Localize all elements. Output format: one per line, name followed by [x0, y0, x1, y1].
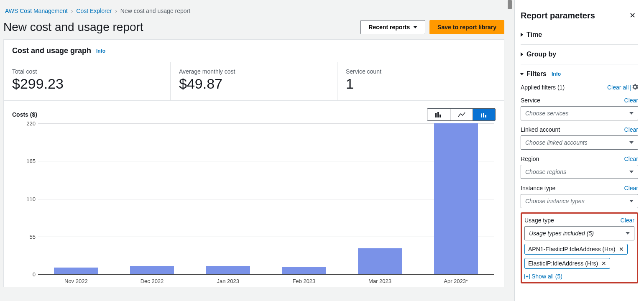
breadcrumb: AWS Cost Management › Cost Explorer › Ne…	[3, 4, 504, 20]
section-time: Time	[521, 28, 638, 44]
filter-linked-select[interactable]: Choose linked accounts	[521, 135, 638, 150]
svg-rect-3	[481, 114, 482, 117]
usage-type-tag: APN1-ElasticIP:IdleAddress (Hrs) ✕	[524, 244, 628, 255]
bar-slot	[266, 123, 342, 274]
chart-toggle-bar[interactable]	[427, 109, 450, 120]
triangle-right-icon	[521, 52, 523, 56]
line-chart-icon	[458, 112, 465, 117]
filter-service-clear[interactable]: Clear	[624, 97, 638, 104]
caret-down-icon	[413, 26, 417, 28]
caret-down-icon	[629, 200, 634, 202]
page-header: New cost and usage report Recent reports…	[3, 20, 504, 34]
chevron-right-icon: ›	[71, 8, 73, 14]
filter-usage-select[interactable]: Usage types included (5)	[524, 226, 634, 240]
svg-rect-0	[435, 113, 437, 117]
y-tick: 165	[26, 158, 36, 164]
filter-instance-type: Instance type Clear Choose instance type…	[521, 185, 638, 208]
filter-service-select[interactable]: Choose services	[521, 106, 638, 120]
applied-filters-row: Applied filters (1) Clear all |	[521, 84, 638, 91]
filter-region-placeholder: Choose regions	[525, 168, 566, 175]
chart-section: Costs ($) 055110165220	[4, 101, 504, 287]
filter-linked-account: Linked account Clear Choose linked accou…	[521, 126, 638, 150]
filter-instance-clear[interactable]: Clear	[624, 185, 638, 191]
y-tick: 0	[33, 271, 36, 278]
bar-chart-icon	[435, 112, 442, 117]
usage-type-tag-label: APN1-ElasticIP:IdleAddress (Hrs)	[528, 246, 616, 253]
section-group-by: Group by	[521, 44, 638, 64]
bar-slot	[114, 123, 190, 274]
filter-region-select[interactable]: Choose regions	[521, 165, 638, 179]
chart-bar[interactable]	[130, 266, 174, 274]
clear-all-label: Clear all	[607, 84, 629, 91]
breadcrumb-section[interactable]: Cost Explorer	[76, 8, 112, 14]
section-group-by-toggle[interactable]: Group by	[521, 51, 638, 58]
metric-avg-cost: Average monthly cost $49.87	[170, 62, 337, 100]
svg-rect-6	[485, 115, 486, 117]
clear-all-filters[interactable]: Clear all |	[607, 84, 638, 91]
card-heading: Cost and usage graph	[12, 46, 91, 55]
triangle-right-icon	[521, 33, 523, 37]
breadcrumb-root[interactable]: AWS Cost Management	[5, 8, 68, 14]
x-label: Dec 2022	[114, 278, 190, 284]
filter-region-label: Region	[521, 156, 539, 162]
chart-area: 055110165220 Nov 2022Dec 2022Jan 2023Feb…	[12, 123, 496, 284]
page-title: New cost and usage report	[3, 20, 143, 34]
section-time-toggle[interactable]: Time	[521, 31, 638, 38]
bar-slot	[190, 123, 266, 274]
remove-tag-icon[interactable]: ✕	[619, 246, 624, 253]
remove-tag-icon[interactable]: ✕	[601, 260, 606, 267]
grid-line	[38, 274, 494, 275]
save-report-button[interactable]: Save to report library	[429, 20, 504, 34]
chart-bars	[38, 123, 494, 274]
filter-instance-label: Instance type	[521, 185, 555, 191]
section-filters: Filters Info Applied filters (1) Clear a…	[521, 64, 638, 289]
chart-bar[interactable]	[206, 266, 250, 274]
filter-linked-clear[interactable]: Clear	[624, 126, 638, 133]
metric-total-cost: Total cost $299.23	[4, 62, 170, 100]
scrollbar[interactable]	[508, 0, 512, 301]
caret-down-icon	[626, 232, 630, 235]
app-root: AWS Cost Management › Cost Explorer › Ne…	[0, 0, 644, 301]
filter-usage-clear[interactable]: Clear	[621, 217, 634, 224]
chart-bar[interactable]	[54, 268, 98, 274]
filter-linked-label: Linked account	[521, 126, 560, 133]
chart-x-axis: Nov 2022Dec 2022Jan 2023Feb 2023Mar 2023…	[38, 278, 494, 284]
main-panel: AWS Cost Management › Cost Explorer › Ne…	[0, 0, 514, 301]
metric-label: Average monthly cost	[179, 68, 329, 75]
bar-slot	[418, 123, 494, 274]
filter-region-clear[interactable]: Clear	[624, 156, 638, 162]
show-all-usage-types[interactable]: + Show all (5)	[524, 273, 634, 280]
filter-instance-select[interactable]: Choose instance types	[521, 194, 638, 208]
filter-usage-label: Usage type	[524, 217, 554, 224]
metric-value: $49.87	[179, 76, 329, 92]
chart-y-axis: 055110165220	[12, 123, 38, 274]
breadcrumb-current: New cost and usage report	[120, 8, 190, 14]
section-filters-toggle[interactable]: Filters Info	[521, 70, 638, 78]
card-info-link[interactable]: Info	[96, 48, 105, 54]
chart-bar[interactable]	[434, 123, 478, 274]
card-header: Cost and usage graph Info	[4, 40, 504, 62]
stacked-bar-icon	[480, 112, 488, 117]
svg-rect-1	[437, 112, 439, 117]
metric-label: Service count	[346, 68, 496, 75]
plus-icon: +	[524, 274, 530, 279]
x-label: Nov 2022	[38, 278, 114, 284]
y-tick: 55	[30, 233, 36, 240]
bar-slot	[38, 123, 114, 274]
chart-bar[interactable]	[282, 267, 326, 274]
chart-bar[interactable]	[358, 248, 402, 274]
sidepanel-header: Report parameters ✕	[521, 9, 638, 22]
chart-header: Costs ($)	[12, 108, 496, 121]
chart-toggle-line[interactable]	[450, 109, 473, 120]
scrollbar-thumb[interactable]	[508, 0, 512, 9]
close-icon[interactable]: ✕	[627, 9, 638, 22]
caret-down-icon	[629, 141, 634, 144]
filters-info-link[interactable]: Info	[552, 71, 561, 77]
gear-icon[interactable]	[632, 84, 638, 91]
x-label: Jan 2023	[190, 278, 266, 284]
y-tick: 110	[26, 196, 36, 202]
filter-region: Region Clear Choose regions	[521, 156, 638, 179]
chart-toggle-stacked[interactable]	[473, 109, 495, 120]
separator: |	[629, 84, 631, 91]
recent-reports-button[interactable]: Recent reports	[360, 20, 425, 34]
